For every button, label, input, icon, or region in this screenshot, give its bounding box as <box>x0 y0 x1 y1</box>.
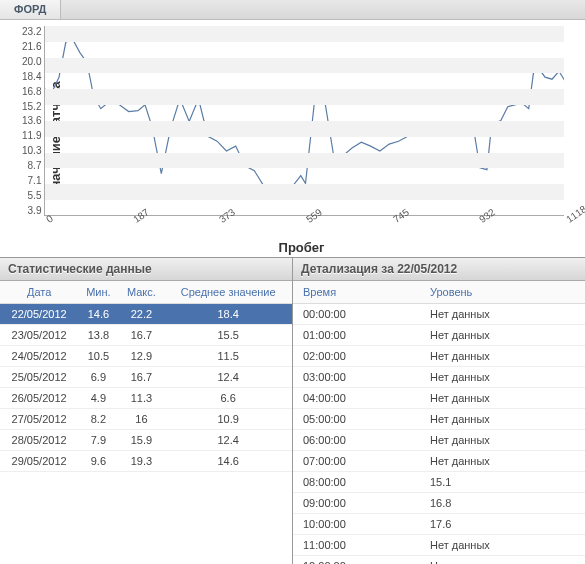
grid-row <box>45 184 564 200</box>
y-tick: 15.2 <box>22 101 41 112</box>
cell: 16.8 <box>420 493 585 514</box>
cell: 03:00:00 <box>293 367 420 388</box>
table-row[interactable]: 29/05/20129.619.314.6 <box>0 451 292 472</box>
cell: 6.9 <box>78 367 118 388</box>
panels: Статистические данные ДатаМин.Макс.Средн… <box>0 257 585 564</box>
col-header[interactable]: Уровень <box>420 281 585 304</box>
cell: 11.5 <box>164 346 292 367</box>
cell: 22.2 <box>119 304 165 325</box>
col-header[interactable]: Время <box>293 281 420 304</box>
stats-table: ДатаМин.Макс.Среднее значение 22/05/2012… <box>0 281 292 472</box>
cell: 9.6 <box>78 451 118 472</box>
cell: Нет данных <box>420 367 585 388</box>
tab-bar: ФОРД <box>0 0 585 20</box>
cell: 15.9 <box>119 430 165 451</box>
tab-ford[interactable]: ФОРД <box>0 0 61 19</box>
cell: 01:00:00 <box>293 325 420 346</box>
cell: 28/05/2012 <box>0 430 78 451</box>
grid-row <box>45 121 564 137</box>
cell: 08:00:00 <box>293 472 420 493</box>
y-tick: 16.8 <box>22 86 41 97</box>
cell: 15.1 <box>420 472 585 493</box>
cell: 26/05/2012 <box>0 388 78 409</box>
cell: 25/05/2012 <box>0 367 78 388</box>
table-row[interactable]: 22/05/201214.622.218.4 <box>0 304 292 325</box>
col-header[interactable]: Мин. <box>78 281 118 304</box>
table-row[interactable]: 05:00:00Нет данных <box>293 409 585 430</box>
table-row[interactable]: 27/05/20128.21610.9 <box>0 409 292 430</box>
cell: 17.6 <box>420 514 585 535</box>
table-row[interactable]: 03:00:00Нет данных <box>293 367 585 388</box>
cell: Нет данных <box>420 409 585 430</box>
table-row[interactable]: 11:00:00Нет данных <box>293 535 585 556</box>
grid-row <box>45 89 564 105</box>
y-tick: 7.1 <box>22 175 41 186</box>
cell: 16.7 <box>119 325 165 346</box>
table-row[interactable]: 10:00:0017.6 <box>293 514 585 535</box>
cell: 12:00:00 <box>293 556 420 565</box>
cell: Нет данных <box>420 535 585 556</box>
detail-table: ВремяУровень 00:00:00Нет данных01:00:00Н… <box>293 281 585 564</box>
plot <box>44 26 564 216</box>
cell: 06:00:00 <box>293 430 420 451</box>
cell: Нет данных <box>420 304 585 325</box>
table-row[interactable]: 24/05/201210.512.911.5 <box>0 346 292 367</box>
cell: Нет данных <box>420 556 585 565</box>
cell: 24/05/2012 <box>0 346 78 367</box>
table-row[interactable]: 25/05/20126.916.712.4 <box>0 367 292 388</box>
y-tick: 18.4 <box>22 71 41 82</box>
col-header[interactable]: Дата <box>0 281 78 304</box>
table-row[interactable]: 12:00:00Нет данных <box>293 556 585 565</box>
x-ticks: 01873735597459321118 <box>48 216 568 246</box>
table-row[interactable]: 01:00:00Нет данных <box>293 325 585 346</box>
cell: 12.4 <box>164 367 292 388</box>
cell: 10:00:00 <box>293 514 420 535</box>
cell: 7.9 <box>78 430 118 451</box>
cell: 11:00:00 <box>293 535 420 556</box>
cell: 16.7 <box>119 367 165 388</box>
cell: 00:00:00 <box>293 304 420 325</box>
cell: 11.3 <box>119 388 165 409</box>
col-header[interactable]: Среднее значение <box>164 281 292 304</box>
y-tick: 3.9 <box>22 205 41 216</box>
cell: Нет данных <box>420 451 585 472</box>
cell: Нет данных <box>420 346 585 367</box>
y-tick: 11.9 <box>22 130 41 141</box>
col-header[interactable]: Макс. <box>119 281 165 304</box>
table-row[interactable]: 09:00:0016.8 <box>293 493 585 514</box>
cell: 19.3 <box>119 451 165 472</box>
table-row[interactable]: 06:00:00Нет данных <box>293 430 585 451</box>
cell: 23/05/2012 <box>0 325 78 346</box>
table-row[interactable]: 00:00:00Нет данных <box>293 304 585 325</box>
cell: 8.2 <box>78 409 118 430</box>
cell: 6.6 <box>164 388 292 409</box>
cell: 14.6 <box>78 304 118 325</box>
table-row[interactable]: 23/05/201213.816.715.5 <box>0 325 292 346</box>
cell: 13.8 <box>78 325 118 346</box>
y-tick: 21.6 <box>22 41 41 52</box>
cell: 29/05/2012 <box>0 451 78 472</box>
y-ticks: 23.221.620.018.416.815.213.611.910.38.77… <box>22 26 44 216</box>
detail-panel: Детализация за 22/05/2012 ВремяУровень 0… <box>293 258 585 564</box>
table-row[interactable]: 08:00:0015.1 <box>293 472 585 493</box>
cell: 04:00:00 <box>293 388 420 409</box>
cell: 22/05/2012 <box>0 304 78 325</box>
detail-title: Детализация за 22/05/2012 <box>293 258 585 281</box>
cell: 10.9 <box>164 409 292 430</box>
table-row[interactable]: 02:00:00Нет данных <box>293 346 585 367</box>
grid-row <box>45 153 564 169</box>
cell: 14.6 <box>164 451 292 472</box>
cell: 05:00:00 <box>293 409 420 430</box>
table-row[interactable]: 07:00:00Нет данных <box>293 451 585 472</box>
table-row[interactable]: 26/05/20124.911.36.6 <box>0 388 292 409</box>
cell: 09:00:00 <box>293 493 420 514</box>
stats-title: Статистические данные <box>0 258 292 281</box>
y-tick: 23.2 <box>22 26 41 37</box>
cell: 10.5 <box>78 346 118 367</box>
grid-row <box>45 26 564 42</box>
y-tick: 10.3 <box>22 145 41 156</box>
y-tick: 20.0 <box>22 56 41 67</box>
stats-panel: Статистические данные ДатаМин.Макс.Средн… <box>0 258 293 564</box>
table-row[interactable]: 28/05/20127.915.912.4 <box>0 430 292 451</box>
table-row[interactable]: 04:00:00Нет данных <box>293 388 585 409</box>
